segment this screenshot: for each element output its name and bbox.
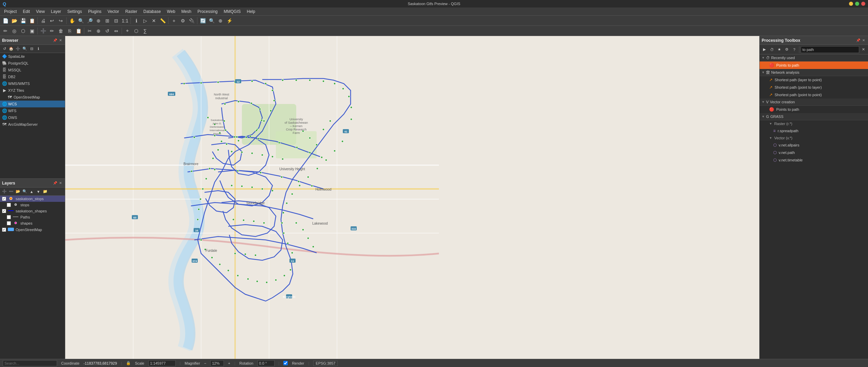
- toolbox-search-input[interactable]: [801, 46, 859, 53]
- toolbox-pin-button[interactable]: 📌: [856, 38, 861, 43]
- layers-add-button[interactable]: ➕: [1, 189, 7, 195]
- snapping-button[interactable]: ⌖: [123, 27, 131, 35]
- toolbox-subsection-vector--v---[interactable]: ▼ Vector (v.*): [760, 135, 868, 141]
- toolbox-item-shortest-path-(point-to-layer)[interactable]: ↗ Shortest path (point to layer): [760, 84, 868, 91]
- identify-button[interactable]: ℹ: [132, 17, 140, 25]
- scale-value[interactable]: [148, 360, 176, 366]
- browser-collapse-button[interactable]: ⊟: [29, 46, 35, 52]
- add-layer-button[interactable]: +: [170, 17, 178, 25]
- expression-button[interactable]: ∑: [141, 27, 149, 35]
- pan-button[interactable]: ✋: [68, 17, 76, 25]
- magnifier-icon-minus[interactable]: −: [204, 361, 206, 365]
- browser-home-button[interactable]: 🏠: [8, 46, 14, 52]
- toolbox-item-shortest-path-(point-to-point)[interactable]: ↗ Shortest path (point to point): [760, 91, 868, 99]
- menu-item-mmqgis[interactable]: MMQGIS: [221, 8, 244, 15]
- toolbox-item-v.net.allpairs[interactable]: ⬡ v.net.allpairs: [760, 141, 868, 149]
- browser-close-button[interactable]: ✕: [58, 38, 63, 43]
- paste-button[interactable]: 📋: [74, 27, 83, 35]
- epsg-button[interactable]: EPSG:3857: [313, 361, 338, 366]
- menu-item-edit[interactable]: Edit: [20, 8, 33, 15]
- layer-checkbox[interactable]: [7, 215, 11, 219]
- browser-add-button[interactable]: ➕: [15, 46, 21, 52]
- layer-checkbox[interactable]: ✓: [2, 197, 6, 201]
- add-feature-button[interactable]: ➕: [39, 27, 47, 35]
- toolbox-close-button[interactable]: ✕: [861, 38, 866, 43]
- browser-refresh-button[interactable]: ↺: [1, 46, 7, 52]
- menu-item-plugins[interactable]: Plugins: [85, 8, 104, 15]
- pan-map-button[interactable]: ⊕: [216, 17, 225, 25]
- toolbox-item-points-to-path[interactable]: 🔴 Points to path: [760, 62, 868, 69]
- select-button[interactable]: ▷: [141, 17, 149, 25]
- toolbox-settings-button[interactable]: ⚙: [783, 46, 790, 53]
- browser-properties-button[interactable]: ℹ: [35, 46, 41, 52]
- menu-item-layer[interactable]: Layer: [48, 8, 64, 15]
- browser-item-ows[interactable]: 🌐OWS: [0, 114, 65, 121]
- filter-button[interactable]: 🔍: [208, 17, 216, 25]
- layer-checkbox[interactable]: ✓: [2, 209, 6, 213]
- shape-button[interactable]: ⬡: [19, 27, 27, 35]
- toolbox-section-network-analysis[interactable]: ▼ 🕸 Network analysis: [760, 69, 868, 76]
- zoom-selection-button[interactable]: ⊞: [103, 17, 111, 25]
- menu-item-project[interactable]: Project: [1, 8, 19, 15]
- rotation-value[interactable]: [258, 360, 274, 366]
- browser-item-db2[interactable]: 🗄DB2: [0, 73, 65, 80]
- layer-checkbox[interactable]: ✓: [2, 228, 6, 232]
- menu-item-vector[interactable]: Vector: [105, 8, 122, 15]
- toolbox-bookmark-button[interactable]: ★: [776, 46, 783, 53]
- browser-item-wms/wmts[interactable]: 🌐WMS/WMTS: [0, 80, 65, 87]
- layer-item-openstreetmap[interactable]: ✓OpenStreetMap: [0, 226, 65, 233]
- close-button[interactable]: [861, 2, 865, 6]
- scale-button[interactable]: ⇔: [112, 27, 120, 35]
- node-button[interactable]: ◎: [10, 27, 18, 35]
- layer-item-saskatoon_shapes[interactable]: ✓saskatoon_shapes: [0, 208, 65, 214]
- zoom-native-button[interactable]: 1:1: [121, 17, 129, 25]
- vertex-button[interactable]: ▣: [28, 27, 36, 35]
- layer-item-stops[interactable]: stops: [0, 202, 65, 208]
- toolbox-item-points-to-path[interactable]: 🔴 Points to path: [760, 106, 868, 113]
- menu-item-database[interactable]: Database: [141, 8, 163, 15]
- settings-button[interactable]: ⚙: [179, 17, 187, 25]
- browser-item-openstreetmap[interactable]: 🗺OpenStreetMap: [0, 94, 65, 101]
- zoom-full-button[interactable]: ⊕: [94, 17, 103, 25]
- toolbox-run-button[interactable]: ▶: [761, 46, 768, 53]
- toolbox-subsection-raster--r---[interactable]: ▼ Raster (r.*): [760, 120, 868, 127]
- toolbox-clear-search-button[interactable]: ✕: [860, 46, 867, 53]
- magnifier-icon-plus[interactable]: +: [228, 361, 230, 365]
- toolbox-section-vector-creation[interactable]: ▼ V Vector creation: [760, 99, 868, 106]
- new-project-button[interactable]: 📄: [1, 17, 10, 25]
- layer-item-shapes[interactable]: shapes: [0, 220, 65, 226]
- minimize-button[interactable]: [849, 2, 853, 6]
- toolbox-section-recently-used[interactable]: ▼ ⏱ Recently used: [760, 54, 868, 62]
- browser-item-spatialite[interactable]: 🔷SpatiaLite: [0, 53, 65, 60]
- split-button[interactable]: ✂: [86, 27, 94, 35]
- browser-item-wfs[interactable]: 🌐WFS: [0, 107, 65, 114]
- layer-checkbox[interactable]: [7, 203, 11, 207]
- print-button[interactable]: 🖨: [39, 17, 47, 25]
- digitize-button[interactable]: ✏: [1, 27, 10, 35]
- layer-checkbox[interactable]: [7, 221, 11, 225]
- toolbox-history-button[interactable]: ⏱: [768, 46, 775, 53]
- layers-remove-button[interactable]: ➖: [8, 189, 14, 195]
- menu-item-settings[interactable]: Settings: [65, 8, 85, 15]
- browser-item-postgresql[interactable]: 🐘PostgreSQL: [0, 60, 65, 67]
- undo-button[interactable]: ↩: [48, 17, 56, 25]
- toolbox-help-button[interactable]: ?: [791, 46, 798, 53]
- browser-item-wcs[interactable]: 🌐WCS: [0, 101, 65, 107]
- layers-pin-button[interactable]: 📌: [53, 181, 57, 186]
- toolbox-item-v.net.timetable[interactable]: ⬡ v.net.timetable: [760, 156, 868, 164]
- maximize-button[interactable]: [855, 2, 859, 6]
- toolbox-section-grass[interactable]: ▼ G GRASS: [760, 113, 868, 120]
- menu-item-mesh[interactable]: Mesh: [179, 8, 194, 15]
- render-checkbox[interactable]: [283, 361, 288, 365]
- zoom-layer-button[interactable]: ⊟: [112, 17, 120, 25]
- layers-down-button[interactable]: ▼: [35, 189, 41, 195]
- toolbox-item-r.spreadpath[interactable]: ≡ r.spreadpath: [760, 127, 868, 135]
- zoom-out-button[interactable]: 🔎: [86, 17, 94, 25]
- topology-button[interactable]: ⬡: [132, 27, 140, 35]
- statusbar-search-input[interactable]: [3, 360, 57, 366]
- menu-item-raster[interactable]: Raster: [123, 8, 140, 15]
- map-area[interactable]: North West Industrial Saskatoon John G. …: [65, 36, 759, 359]
- merge-button[interactable]: ⊕: [94, 27, 103, 35]
- measure-button[interactable]: 📏: [159, 17, 167, 25]
- magnifier-value[interactable]: [210, 360, 224, 366]
